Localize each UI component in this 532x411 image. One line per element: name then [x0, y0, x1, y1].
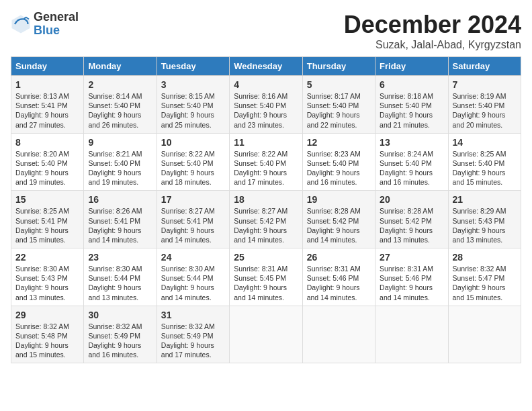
day-info: Sunrise: 8:28 AM — [380, 206, 443, 216]
day-info: Daylight: 9 hours and 13 minutes. — [15, 283, 79, 302]
calendar-cell: 28Sunrise: 8:32 AMSunset: 5:47 PMDayligh… — [448, 248, 521, 306]
day-info: Daylight: 9 hours and 19 minutes. — [15, 168, 79, 187]
calendar-cell: 20Sunrise: 8:28 AMSunset: 5:42 PMDayligh… — [375, 191, 448, 248]
day-info: Daylight: 9 hours and 22 minutes. — [307, 110, 371, 129]
day-info: Sunset: 5:47 PM — [453, 273, 517, 283]
day-number: 30 — [88, 310, 152, 320]
calendar-header-sunday: Sunday — [11, 57, 84, 76]
day-info: Sunrise: 8:26 AM — [88, 206, 152, 216]
day-info: Daylight: 9 hours and 13 minutes. — [453, 226, 517, 244]
day-info: Daylight: 9 hours and 14 minutes. — [234, 226, 298, 244]
day-number: 10 — [161, 137, 225, 148]
calendar-header-row: SundayMondayTuesdayWednesdayThursdayFrid… — [11, 57, 521, 76]
day-number: 17 — [161, 194, 225, 205]
calendar-header-thursday: Thursday — [302, 57, 375, 76]
calendar-cell: 21Sunrise: 8:29 AMSunset: 5:43 PMDayligh… — [448, 191, 521, 248]
day-info: Sunset: 5:40 PM — [88, 158, 152, 168]
day-info: Sunrise: 8:15 AM — [161, 91, 225, 101]
day-number: 11 — [234, 137, 298, 148]
day-number: 13 — [380, 137, 443, 148]
day-info: Sunrise: 8:31 AM — [380, 264, 443, 273]
day-info: Daylight: 9 hours and 15 minutes. — [453, 168, 517, 187]
calendar-table: SundayMondayTuesdayWednesdayThursdayFrid… — [11, 56, 521, 363]
calendar-cell: 2Sunrise: 8:14 AMSunset: 5:40 PMDaylight… — [84, 76, 157, 134]
calendar-cell: 19Sunrise: 8:28 AMSunset: 5:42 PMDayligh… — [302, 191, 375, 248]
day-number: 19 — [307, 194, 371, 205]
day-info: Daylight: 9 hours and 16 minutes. — [380, 168, 443, 187]
day-number: 28 — [453, 252, 517, 263]
day-info: Daylight: 9 hours and 17 minutes. — [161, 340, 225, 359]
day-info: Sunrise: 8:27 AM — [161, 206, 225, 216]
calendar-week-row: 29Sunrise: 8:32 AMSunset: 5:48 PMDayligh… — [11, 306, 521, 363]
day-info: Sunrise: 8:21 AM — [88, 149, 152, 158]
day-info: Sunrise: 8:31 AM — [234, 264, 298, 273]
calendar-cell: 16Sunrise: 8:26 AMSunset: 5:41 PMDayligh… — [84, 191, 157, 248]
day-info: Sunrise: 8:31 AM — [307, 264, 371, 273]
day-info: Sunset: 5:48 PM — [15, 331, 79, 340]
calendar-week-row: 22Sunrise: 8:30 AMSunset: 5:43 PMDayligh… — [11, 248, 521, 306]
day-info: Daylight: 9 hours and 23 minutes. — [234, 110, 298, 129]
day-info: Daylight: 9 hours and 14 minutes. — [380, 283, 443, 302]
day-info: Sunset: 5:40 PM — [161, 158, 225, 168]
calendar-cell: 15Sunrise: 8:25 AMSunset: 5:41 PMDayligh… — [11, 191, 84, 248]
day-info: Sunset: 5:40 PM — [380, 158, 443, 168]
day-number: 8 — [15, 137, 79, 148]
calendar-cell — [375, 306, 448, 363]
day-info: Sunrise: 8:32 AM — [453, 264, 517, 273]
day-number: 5 — [307, 79, 371, 90]
calendar-cell: 31Sunrise: 8:32 AMSunset: 5:49 PMDayligh… — [157, 306, 229, 363]
day-info: Daylight: 9 hours and 20 minutes. — [453, 110, 517, 129]
day-info: Sunset: 5:40 PM — [234, 158, 298, 168]
day-info: Sunrise: 8:25 AM — [453, 149, 517, 158]
day-info: Sunset: 5:42 PM — [307, 216, 371, 226]
day-info: Sunset: 5:40 PM — [88, 101, 152, 110]
day-info: Sunrise: 8:19 AM — [453, 91, 517, 101]
day-number: 9 — [88, 137, 152, 148]
day-info: Daylight: 9 hours and 18 minutes. — [161, 168, 225, 187]
calendar-cell: 7Sunrise: 8:19 AMSunset: 5:40 PMDaylight… — [448, 76, 521, 134]
calendar-cell: 11Sunrise: 8:22 AMSunset: 5:40 PMDayligh… — [230, 133, 302, 191]
day-info: Sunrise: 8:14 AM — [88, 91, 152, 101]
day-info: Sunset: 5:41 PM — [88, 216, 152, 226]
day-info: Sunrise: 8:32 AM — [88, 322, 152, 331]
title-area: December 2024 Suzak, Jalal-Abad, Kyrgyzs… — [344, 11, 521, 51]
day-info: Daylight: 9 hours and 15 minutes. — [453, 283, 517, 302]
day-info: Sunset: 5:43 PM — [453, 216, 517, 226]
calendar-cell: 26Sunrise: 8:31 AMSunset: 5:46 PMDayligh… — [302, 248, 375, 306]
calendar-cell: 10Sunrise: 8:22 AMSunset: 5:40 PMDayligh… — [157, 133, 229, 191]
location-title: Suzak, Jalal-Abad, Kyrgyzstan — [344, 39, 521, 51]
day-info: Sunset: 5:40 PM — [307, 101, 371, 110]
calendar-cell: 30Sunrise: 8:32 AMSunset: 5:49 PMDayligh… — [84, 306, 157, 363]
day-info: Daylight: 9 hours and 14 minutes. — [307, 283, 371, 302]
day-number: 3 — [161, 79, 225, 90]
day-info: Sunset: 5:40 PM — [161, 101, 225, 110]
day-info: Daylight: 9 hours and 15 minutes. — [15, 226, 79, 244]
day-info: Sunrise: 8:28 AM — [307, 206, 371, 216]
logo: General Blue — [11, 11, 79, 38]
day-info: Daylight: 9 hours and 16 minutes. — [88, 340, 152, 359]
day-number: 4 — [234, 79, 298, 90]
day-number: 2 — [88, 79, 152, 90]
calendar-header-wednesday: Wednesday — [230, 57, 302, 76]
day-info: Sunset: 5:40 PM — [453, 101, 517, 110]
calendar-week-row: 8Sunrise: 8:20 AMSunset: 5:40 PMDaylight… — [11, 133, 521, 191]
calendar-cell: 27Sunrise: 8:31 AMSunset: 5:46 PMDayligh… — [375, 248, 448, 306]
day-info: Sunrise: 8:22 AM — [161, 149, 225, 158]
day-info: Daylight: 9 hours and 17 minutes. — [234, 168, 298, 187]
day-info: Sunset: 5:40 PM — [15, 158, 79, 168]
day-info: Sunrise: 8:13 AM — [15, 91, 79, 101]
day-info: Sunrise: 8:20 AM — [15, 149, 79, 158]
calendar-cell: 29Sunrise: 8:32 AMSunset: 5:48 PMDayligh… — [11, 306, 84, 363]
day-info: Daylight: 9 hours and 16 minutes. — [307, 168, 371, 187]
day-info: Sunrise: 8:30 AM — [88, 264, 152, 273]
day-info: Sunset: 5:44 PM — [161, 273, 225, 283]
calendar-header-monday: Monday — [84, 57, 157, 76]
day-info: Sunset: 5:46 PM — [307, 273, 371, 283]
day-info: Sunset: 5:49 PM — [161, 331, 225, 340]
day-info: Daylight: 9 hours and 27 minutes. — [15, 110, 79, 129]
calendar-cell: 8Sunrise: 8:20 AMSunset: 5:40 PMDaylight… — [11, 133, 84, 191]
calendar-cell: 1Sunrise: 8:13 AMSunset: 5:41 PMDaylight… — [11, 76, 84, 134]
day-info: Daylight: 9 hours and 14 minutes. — [161, 283, 225, 302]
day-info: Sunset: 5:45 PM — [234, 273, 298, 283]
day-number: 23 — [88, 252, 152, 263]
